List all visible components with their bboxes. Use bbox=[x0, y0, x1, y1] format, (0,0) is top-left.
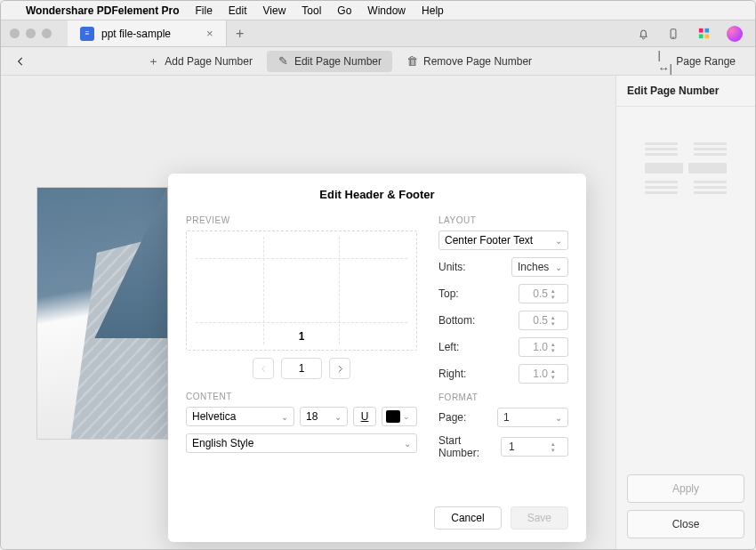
right-sidebar: Edit Page Number Apply Close bbox=[615, 76, 755, 549]
page-range-button[interactable]: |↔| Page Range bbox=[648, 51, 746, 72]
window-titlebar: ppt file-sample × + bbox=[1, 20, 755, 47]
margin-bottom-input[interactable]: 0.5▴▾ bbox=[519, 311, 568, 330]
edit-page-number-label: Edit Page Number bbox=[294, 55, 382, 68]
add-page-number-label: Add Page Number bbox=[165, 55, 253, 68]
bell-icon[interactable] bbox=[636, 27, 650, 41]
menu-window[interactable]: Window bbox=[367, 4, 406, 17]
doc-icon bbox=[80, 27, 94, 41]
range-icon: |↔| bbox=[659, 55, 671, 67]
start-number-label: Start Number: bbox=[438, 434, 501, 459]
format-section-label: FORMAT bbox=[438, 392, 568, 402]
sidebar-title: Edit Page Number bbox=[616, 76, 755, 107]
remove-page-number-button[interactable]: 🗑 Remove Page Number bbox=[396, 51, 543, 72]
menu-edit[interactable]: Edit bbox=[229, 4, 247, 17]
tab-close-icon[interactable]: × bbox=[206, 27, 213, 40]
preview-page-input[interactable] bbox=[281, 358, 322, 379]
chevron-down-icon: ⌄ bbox=[555, 263, 562, 272]
phone-icon[interactable] bbox=[666, 27, 680, 41]
tab-title: ppt file-sample bbox=[101, 28, 171, 40]
close-button[interactable]: Close bbox=[627, 510, 744, 538]
layout-thumbnail[interactable] bbox=[645, 142, 727, 194]
chevron-down-icon: ⌄ bbox=[334, 412, 342, 422]
menu-tool[interactable]: Tool bbox=[302, 4, 321, 17]
window-min-icon[interactable] bbox=[26, 28, 36, 38]
chevron-down-icon: ⌄ bbox=[281, 412, 288, 422]
units-label: Units: bbox=[438, 261, 466, 273]
document-tab[interactable]: ppt file-sample × bbox=[68, 20, 227, 46]
page-preview-thumbnail bbox=[36, 187, 168, 440]
svg-rect-3 bbox=[704, 28, 709, 33]
layout-section-label: LAYOUT bbox=[438, 215, 568, 225]
system-menubar: Wondershare PDFelement Pro File Edit Vie… bbox=[1, 1, 755, 20]
remove-page-number-label: Remove Page Number bbox=[423, 55, 532, 68]
color-swatch bbox=[386, 410, 400, 423]
new-tab-button[interactable]: + bbox=[227, 20, 253, 46]
page-number-toolbar: ＋ Add Page Number ✎ Edit Page Number 🗑 R… bbox=[1, 47, 755, 76]
edit-page-number-button[interactable]: ✎ Edit Page Number bbox=[267, 51, 392, 72]
menu-help[interactable]: Help bbox=[422, 4, 444, 17]
menu-go[interactable]: Go bbox=[337, 4, 351, 17]
page-format-label: Page: bbox=[438, 411, 466, 424]
margin-bottom-label: Bottom: bbox=[438, 314, 475, 327]
preview-next-button[interactable] bbox=[329, 358, 350, 379]
save-button[interactable]: Save bbox=[511, 506, 568, 530]
margin-left-label: Left: bbox=[438, 341, 459, 353]
page-range-label: Page Range bbox=[676, 55, 736, 68]
font-color-select[interactable]: ⌄ bbox=[382, 407, 417, 426]
margin-right-input[interactable]: 1.0▴▾ bbox=[519, 364, 568, 384]
menu-file[interactable]: File bbox=[196, 4, 213, 17]
svg-rect-5 bbox=[704, 34, 709, 38]
margin-top-input[interactable]: 0.5▴▾ bbox=[519, 284, 568, 303]
number-style-select[interactable]: English Style⌄ bbox=[186, 433, 417, 453]
preview-section-label: PREVIEW bbox=[186, 215, 417, 225]
chevron-down-icon: ⌄ bbox=[555, 236, 562, 246]
chevron-down-icon: ⌄ bbox=[403, 412, 410, 421]
pencil-icon: ✎ bbox=[277, 55, 289, 67]
content-section-label: CONTENT bbox=[186, 392, 417, 401]
apply-button[interactable]: Apply bbox=[627, 474, 744, 503]
preview-area: 1 bbox=[186, 231, 417, 351]
font-select[interactable]: Helvetica⌄ bbox=[186, 407, 294, 426]
svg-rect-2 bbox=[698, 28, 703, 33]
app-name[interactable]: Wondershare PDFelement Pro bbox=[26, 4, 180, 17]
trash-icon: 🗑 bbox=[406, 55, 418, 67]
chevron-down-icon: ⌄ bbox=[555, 413, 562, 423]
page-format-select[interactable]: 1⌄ bbox=[497, 408, 568, 427]
margin-top-label: Top: bbox=[438, 287, 459, 300]
share-icon[interactable] bbox=[696, 27, 711, 41]
preview-prev-button[interactable] bbox=[253, 358, 274, 379]
menu-view[interactable]: View bbox=[263, 4, 286, 17]
back-button[interactable] bbox=[10, 55, 31, 68]
preview-page-number: 1 bbox=[187, 330, 416, 343]
edit-header-footer-dialog: Edit Header & Footer PREVIEW 1 bbox=[168, 174, 586, 542]
dialog-title: Edit Header & Footer bbox=[186, 188, 568, 201]
margin-right-label: Right: bbox=[438, 368, 466, 380]
start-number-input[interactable]: 1▴▾ bbox=[501, 437, 568, 457]
window-close-icon[interactable] bbox=[10, 28, 20, 38]
svg-rect-4 bbox=[698, 34, 703, 38]
layout-position-select[interactable]: Center Footer Text⌄ bbox=[438, 231, 568, 250]
plus-icon: ＋ bbox=[148, 55, 159, 67]
chevron-down-icon: ⌄ bbox=[404, 439, 411, 449]
user-avatar[interactable] bbox=[727, 26, 743, 42]
window-controls[interactable] bbox=[1, 28, 52, 38]
margin-left-input[interactable]: 1.0▴▾ bbox=[519, 337, 568, 357]
underline-toggle[interactable]: U bbox=[353, 407, 376, 426]
units-select[interactable]: Inches⌄ bbox=[511, 257, 568, 277]
document-canvas: ⤒ ↓ 1 / 4 ↑ ↓ Edit Header & Footer PREVI… bbox=[1, 76, 615, 549]
window-max-icon[interactable] bbox=[42, 28, 52, 38]
app-body: ⤒ ↓ 1 / 4 ↑ ↓ Edit Header & Footer PREVI… bbox=[1, 76, 755, 549]
font-size-select[interactable]: 18⌄ bbox=[300, 407, 348, 426]
add-page-number-button[interactable]: ＋ Add Page Number bbox=[137, 51, 263, 72]
cancel-button[interactable]: Cancel bbox=[434, 506, 501, 530]
